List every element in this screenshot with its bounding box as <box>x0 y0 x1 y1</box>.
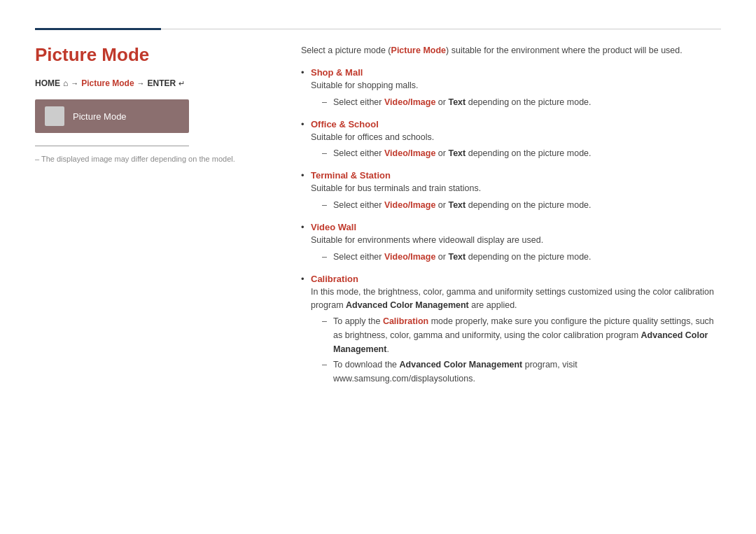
sub-item-shop-mall-1: Select either Video/Image or Text depend… <box>322 95 721 109</box>
section-calibration: Calibration In this mode, the brightness… <box>301 274 721 386</box>
divider-line <box>35 146 189 146</box>
sub-item-calibration-1: To apply the Calibration mode properly, … <box>322 314 721 356</box>
sub-list-terminal-station: Select either Video/Image or Text depend… <box>311 198 721 212</box>
bold-video-image-2: Video/Image <box>384 148 435 158</box>
bold-video-image-3: Video/Image <box>384 200 435 210</box>
menu-label: Picture Mode <box>73 111 127 122</box>
top-rule-container <box>35 28 721 30</box>
section-desc-office-school: Suitable for offices and schools. <box>311 131 721 144</box>
bold-text-4: Text <box>448 252 465 262</box>
bold-video-image-4: Video/Image <box>384 252 435 262</box>
top-rule-light <box>161 29 721 29</box>
breadcrumb: HOME ⌂ → Picture Mode → ENTER ↵ <box>35 78 273 88</box>
section-terminal-station: Terminal & Station Suitable for bus term… <box>301 170 721 212</box>
content-area: Picture Mode HOME ⌂ → Picture Mode → ENT… <box>35 44 721 395</box>
home-icon: ⌂ <box>63 78 68 88</box>
calibration-body: In this mode, the brightness, color, gam… <box>311 286 721 312</box>
section-heading-office-school: Office & School <box>311 119 721 129</box>
note-text: – The displayed image may differ dependi… <box>35 155 235 163</box>
menu-screenshot: Picture Mode <box>35 99 189 133</box>
sub-item-video-wall-1: Select either Video/Image or Text depend… <box>322 250 721 264</box>
right-panel: Select a picture mode (Picture Mode) sui… <box>301 44 721 395</box>
sub-list-video-wall: Select either Video/Image or Text depend… <box>311 250 721 264</box>
breadcrumb-home-label: HOME <box>35 78 60 88</box>
breadcrumb-arrow-1: → <box>71 79 78 87</box>
section-heading-terminal-station: Terminal & Station <box>311 170 721 181</box>
bold-text-2: Text <box>448 148 465 158</box>
section-video-wall: Video Wall Suitable for environments whe… <box>301 222 721 264</box>
page-title: Picture Mode <box>35 44 273 66</box>
bold-acm-3: Advanced Color Management <box>400 360 523 370</box>
intro-before: Select a picture mode ( <box>301 45 391 55</box>
breadcrumb-arrow-2: → <box>137 79 145 87</box>
enter-icon: ↵ <box>178 79 185 88</box>
sub-list-calibration: To apply the Calibration mode properly, … <box>311 314 721 386</box>
sub-list-office-school: Select either Video/Image or Text depend… <box>311 146 721 160</box>
bold-calibration-link: Calibration <box>383 316 428 326</box>
section-heading-video-wall: Video Wall <box>311 222 721 232</box>
bold-acm-2: Advanced Color Management <box>333 330 708 354</box>
bold-acm-1: Advanced Color Management <box>346 300 469 310</box>
bold-text-3: Text <box>448 200 465 210</box>
section-desc-video-wall: Suitable for environments where videowal… <box>311 234 721 247</box>
section-heading-shop-mall: Shop & Mall <box>311 67 721 78</box>
bold-video-image-1: Video/Image <box>384 97 435 107</box>
sub-list-shop-mall: Select either Video/Image or Text depend… <box>311 95 721 109</box>
section-heading-calibration: Calibration <box>311 274 721 284</box>
menu-icon-box <box>45 106 64 126</box>
bold-text-1: Text <box>448 97 465 107</box>
section-list: Shop & Mall Suitable for shopping malls.… <box>301 67 721 386</box>
intro-text: Select a picture mode (Picture Mode) sui… <box>301 44 721 57</box>
breadcrumb-picture-mode: Picture Mode <box>81 78 134 88</box>
section-desc-shop-mall: Suitable for shopping malls. <box>311 79 721 92</box>
breadcrumb-enter-label: ENTER <box>148 78 176 88</box>
intro-after: ) suitable for the environment where the… <box>446 45 682 55</box>
section-office-school: Office & School Suitable for offices and… <box>301 119 721 161</box>
section-desc-terminal-station: Suitable for bus terminals and train sta… <box>311 182 721 195</box>
intro-highlight: Picture Mode <box>391 45 447 55</box>
page-container: Picture Mode HOME ⌂ → Picture Mode → ENT… <box>0 0 756 423</box>
left-panel: Picture Mode HOME ⌂ → Picture Mode → ENT… <box>35 44 273 395</box>
top-rule-dark <box>35 28 161 30</box>
section-shop-mall: Shop & Mall Suitable for shopping malls.… <box>301 67 721 109</box>
sub-item-office-school-1: Select either Video/Image or Text depend… <box>322 146 721 160</box>
sub-item-terminal-station-1: Select either Video/Image or Text depend… <box>322 198 721 212</box>
sub-item-calibration-2: To download the Advanced Color Managemen… <box>322 358 721 386</box>
